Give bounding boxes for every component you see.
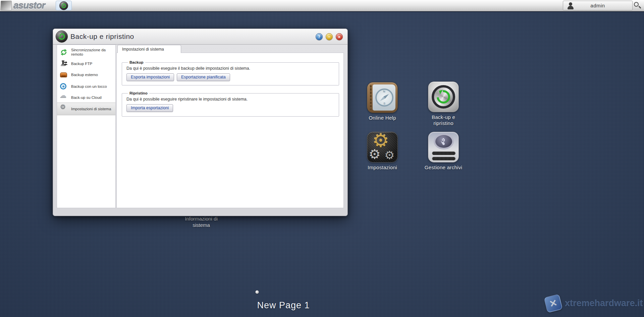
person-icon: [567, 2, 574, 9]
desktop-icon-backup-ripristino[interactable]: Back-up e ripristino: [423, 81, 464, 126]
top-bar: asustor admin: [0, 0, 644, 11]
user-name-label: admin: [590, 3, 605, 8]
sidebar-item-impostazioni-di-sistema[interactable]: Impostazioni di sistema: [57, 103, 115, 115]
restore-section-description: Da qui è possibile eseguire ripristinare…: [126, 97, 334, 102]
minimize-button[interactable]: [326, 33, 333, 40]
importa-esportazioni-button[interactable]: Importa esportazioni: [126, 104, 173, 112]
desktop: asustor admin Back-up e ripristino: [0, 0, 644, 317]
sidebar-item-backup-ftp[interactable]: Backup FTP: [57, 58, 115, 69]
gear-icon: [60, 105, 68, 113]
window-title-bar[interactable]: Back-up e ripristino: [53, 29, 347, 45]
user-menu-button[interactable]: admin: [563, 1, 633, 10]
sidebar-item-backup-con-un-tocco[interactable]: Backup con un tocco: [57, 81, 115, 92]
window-title: Back-up e ripristino: [70, 29, 134, 44]
watermark: xtremehardware.it: [543, 294, 640, 316]
close-button[interactable]: [336, 33, 343, 40]
help-button[interactable]: [316, 33, 323, 40]
window-controls: [316, 33, 343, 40]
desktop-icon-impostazioni[interactable]: Impostazioni: [362, 132, 402, 171]
online-help-icon: [367, 82, 398, 113]
desktop-icon-label: Online Help: [362, 115, 402, 121]
backup-section: Backup Da qui è possibile eseguire il ba…: [122, 60, 339, 85]
storage-manager-icon: [428, 132, 459, 163]
wrench-icon: [439, 136, 449, 146]
desktop-page-label: New Page 1: [231, 300, 335, 311]
settings-gears-icon: [367, 132, 398, 163]
esportazione-pianificata-button[interactable]: Esportazione pianificata: [177, 73, 230, 81]
restore-section-legend: Ripristino: [128, 91, 149, 95]
desktop-icon-gestione-archivi[interactable]: Gestione archivi: [423, 132, 464, 171]
external-drive-icon: [60, 71, 68, 79]
taskbar-app-button[interactable]: [56, 1, 72, 10]
backup-section-description: Da qui è possibile eseguire il backup de…: [126, 66, 334, 71]
desktop-icon-online-help[interactable]: Online Help: [362, 82, 402, 121]
search-button[interactable]: [633, 1, 642, 10]
desktop-icon-label: Impostazioni: [362, 165, 402, 171]
search-icon: [634, 2, 639, 7]
desktop-icon-label: Back-up e ripristino: [423, 114, 464, 126]
backup-restore-icon: [428, 81, 459, 112]
sync-arrows-icon: [60, 49, 68, 56]
backup-section-legend: Backup: [128, 60, 145, 64]
sidebar-item-sincronizzazione-da-remoto[interactable]: Sincronizzazione da remoto: [57, 46, 115, 58]
desktop-icon-label: Gestione archivi: [423, 165, 464, 171]
sidebar-item-backup-su-cloud[interactable]: Back-up su Cloud: [57, 92, 115, 103]
one-touch-icon: [60, 83, 68, 90]
main-panel: Backup Da qui è possibile eseguire il ba…: [116, 53, 344, 208]
restore-section: Ripristino Da qui è possibile eseguire r…: [122, 91, 339, 117]
backup-restore-icon: [56, 30, 68, 43]
cloud-icon: [60, 94, 68, 102]
corner-logo-button[interactable]: [1, 1, 12, 10]
sidebar-item-backup-esterno[interactable]: Backup esterno: [57, 69, 115, 81]
watermark-text: xtremehardware.it: [565, 298, 643, 309]
desktop-icon-informazioni-di-sistema[interactable]: Informazioni di sistema: [179, 215, 223, 228]
xtremehardware-logo-icon: [544, 294, 563, 313]
backup-restore-icon: [59, 1, 68, 10]
tab-impostazioni-di-sistema[interactable]: Impostazioni di sistema: [117, 45, 181, 53]
window-sidebar: Sincronizzazione da remoto Backup FTP: [57, 45, 116, 208]
page-indicator-dot[interactable]: [255, 290, 259, 294]
backup-restore-window: Back-up e ripristino Sincronizzazion: [53, 28, 348, 216]
asustor-logo: asustor: [13, 0, 45, 11]
ftp-server-icon: [60, 60, 68, 67]
esporta-impostazioni-button[interactable]: Esporta impostazioni: [126, 73, 174, 81]
